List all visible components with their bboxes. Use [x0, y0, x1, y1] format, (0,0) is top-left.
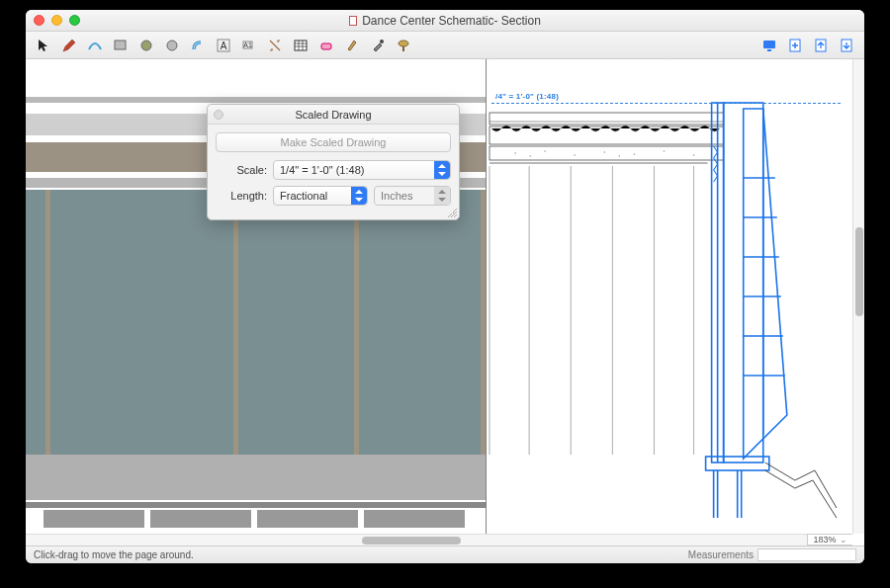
toolbar: A A1 — [26, 32, 864, 59]
canvas-area[interactable]: /4" = 1'-0" (1:48) — [26, 59, 864, 546]
scale-label: Scale: — [216, 164, 267, 176]
rectangle-tool[interactable] — [109, 35, 133, 56]
zoom-level[interactable]: 183% ⌄ — [807, 534, 852, 546]
svg-rect-12 — [763, 41, 775, 48]
length-stepper-icon[interactable] — [351, 187, 367, 205]
svg-text:A1: A1 — [243, 42, 252, 48]
status-bar: Click-drag to move the page around. Meas… — [26, 546, 864, 563]
svg-rect-20 — [490, 146, 724, 160]
svg-point-24 — [604, 151, 606, 153]
svg-rect-11 — [402, 46, 404, 51]
eraser-tool[interactable] — [314, 35, 338, 56]
svg-point-28 — [529, 155, 531, 157]
paint-tool[interactable] — [392, 35, 415, 56]
style-tool[interactable] — [340, 35, 364, 56]
svg-point-2 — [167, 41, 177, 50]
text-tool[interactable]: A — [212, 35, 235, 56]
svg-rect-46 — [706, 457, 769, 470]
window-controls — [34, 15, 80, 26]
length-format-text: Fractional — [280, 190, 327, 202]
offset-tool[interactable] — [186, 35, 210, 56]
svg-rect-7 — [295, 41, 307, 50]
unit-stepper-icon[interactable] — [434, 187, 450, 205]
minimize-window-button[interactable] — [51, 15, 62, 26]
dialog-title-text: Scaled Drawing — [295, 109, 371, 121]
length-unit-text: Inches — [381, 190, 412, 202]
dialog-resize-grip[interactable] — [447, 208, 457, 217]
svg-point-29 — [619, 155, 621, 157]
svg-point-21 — [514, 152, 516, 154]
svg-rect-8 — [321, 43, 331, 49]
dimension-tool[interactable] — [263, 35, 287, 56]
display-settings-button[interactable] — [757, 35, 781, 56]
zoom-window-button[interactable] — [69, 15, 80, 26]
select-tool[interactable] — [32, 35, 55, 56]
svg-point-23 — [574, 154, 576, 156]
polygon-tool[interactable] — [134, 35, 158, 56]
section-svg — [486, 59, 852, 534]
arc-tool[interactable] — [83, 35, 107, 56]
scale-value-text: 1/4" = 1'-0" (1:48) — [280, 164, 364, 176]
vertical-scrollbar-thumb[interactable] — [855, 227, 863, 316]
svg-point-10 — [399, 41, 408, 46]
length-label: Length: — [216, 190, 267, 202]
horizontal-scrollbar[interactable] — [26, 534, 807, 546]
svg-rect-13 — [767, 49, 771, 51]
section-drawing: /4" = 1'-0" (1:48) — [486, 59, 852, 534]
dialog-body: Make Scaled Drawing Scale: 1/4" = 1'-0" … — [208, 125, 459, 219]
scale-select[interactable]: 1/4" = 1'-0" (1:48) — [273, 160, 451, 180]
svg-point-26 — [664, 150, 666, 152]
length-unit-select[interactable]: Inches — [374, 186, 451, 206]
table-tool[interactable] — [289, 35, 312, 56]
titlebar: Dance Center Schematic- Section — [26, 10, 864, 32]
import-button[interactable] — [809, 35, 833, 56]
svg-point-9 — [380, 40, 384, 43]
document-icon — [349, 16, 357, 26]
status-hint: Click-drag to move the page around. — [34, 549, 194, 560]
svg-point-1 — [141, 41, 151, 50]
svg-rect-19 — [490, 126, 724, 144]
make-scaled-drawing-button[interactable]: Make Scaled Drawing — [216, 132, 451, 152]
pencil-tool[interactable] — [57, 35, 81, 56]
add-page-button[interactable] — [783, 35, 807, 56]
close-window-button[interactable] — [34, 15, 44, 26]
export-button[interactable] — [835, 35, 858, 56]
window-title: Dance Center Schematic- Section — [349, 14, 541, 28]
svg-point-27 — [693, 154, 695, 156]
svg-point-22 — [544, 150, 546, 152]
scaled-drawing-dialog[interactable]: Scaled Drawing Make Scaled Drawing Scale… — [207, 104, 460, 220]
svg-rect-0 — [115, 41, 126, 49]
eyedropper-tool[interactable] — [366, 35, 390, 56]
svg-point-25 — [634, 153, 636, 155]
length-format-select[interactable]: Fractional — [273, 186, 368, 206]
scale-stepper-icon[interactable] — [434, 161, 450, 179]
svg-rect-18 — [490, 113, 724, 125]
app-window: Dance Center Schematic- Section A A1 — [26, 10, 864, 563]
vertical-scrollbar[interactable] — [852, 59, 864, 534]
dialog-close-button[interactable] — [214, 110, 223, 120]
circle-tool[interactable] — [160, 35, 184, 56]
measurements-input[interactable] — [757, 548, 856, 561]
zoom-value-text: 183% — [813, 535, 836, 545]
window-title-text: Dance Center Schematic- Section — [362, 14, 541, 28]
dialog-titlebar[interactable]: Scaled Drawing — [208, 105, 459, 125]
measurements-label: Measurements — [688, 549, 754, 560]
dimension-line — [491, 103, 841, 104]
label-tool[interactable]: A1 — [237, 35, 261, 56]
svg-text:A: A — [221, 41, 227, 51]
horizontal-scrollbar-thumb[interactable] — [362, 537, 461, 545]
scale-annotation: /4" = 1'-0" (1:48) — [495, 92, 559, 101]
